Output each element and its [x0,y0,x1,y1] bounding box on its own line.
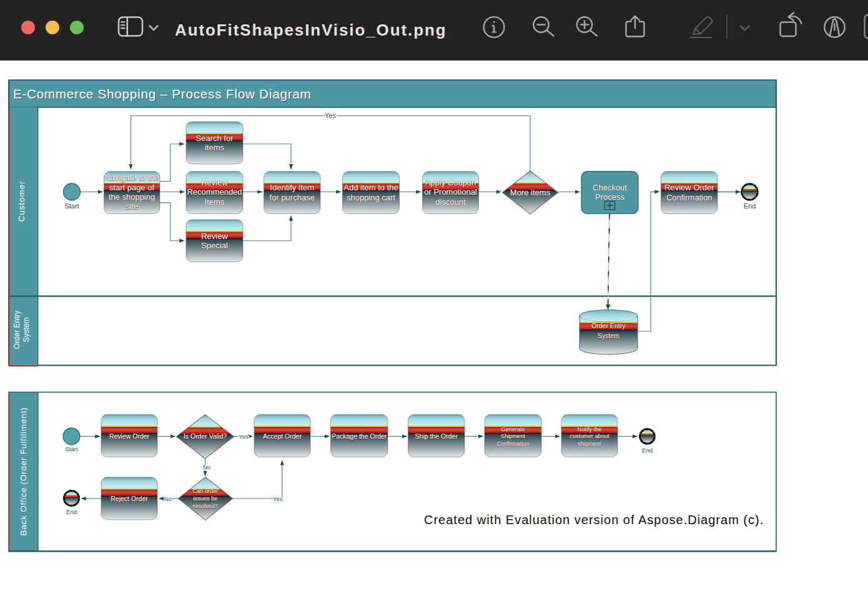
svg-text:Yes: Yes [239,433,249,440]
svg-text:Confirmation: Confirmation [666,193,713,202]
svg-text:Review Order: Review Order [109,432,150,440]
svg-text:Start: Start [65,446,77,452]
svg-text:Is Order Valid?: Is Order Valid? [184,432,227,440]
svg-text:Review: Review [201,231,228,241]
svg-text:Package the Order: Package the Order [332,432,387,440]
svg-text:Start: Start [64,202,79,210]
svg-text:Process: Process [595,192,624,202]
svg-text:Yes: Yes [273,495,283,502]
svg-text:Ship the Order: Ship the Order [415,432,458,440]
svg-text:Review: Review [201,178,228,187]
svg-text:the shopping: the shopping [109,192,155,202]
svg-text:Review Order: Review Order [664,183,714,192]
svg-text:site: site [126,202,138,211]
svg-text:System: System [22,317,31,342]
svg-text:Accept Order: Accept Order [263,432,302,440]
svg-text:customer about: customer about [570,433,609,439]
svg-text:Can order: Can order [193,488,219,494]
svg-text:Confirmation: Confirmation [496,441,529,447]
svg-text:Order Entry: Order Entry [591,322,626,329]
svg-text:or Promotional: or Promotional [424,187,477,197]
svg-text:discount: discount [435,197,466,207]
svg-text:Created with Evaluation versio: Created with Evaluation version of Aspos… [424,513,764,527]
svg-text:System: System [598,332,619,339]
svg-text:Identify Item: Identify Item [270,183,314,192]
svg-text:Navigate to the: Navigate to the [104,173,159,182]
svg-text:More items: More items [510,188,551,197]
svg-text:Yes: Yes [325,112,336,119]
svg-text:Notify the: Notify the [578,426,602,432]
svg-text:E-Commerce Shopping – Process: E-Commerce Shopping – Process Flow Diagr… [13,87,312,101]
svg-text:Order Entry: Order Entry [12,310,21,349]
svg-text:shopping cart: shopping cart [347,193,395,202]
svg-text:issues be: issues be [194,495,218,502]
svg-text:Checkout: Checkout [593,183,627,192]
svg-text:No: No [203,464,210,470]
svg-text:End: End [744,202,756,210]
svg-text:for purchase: for purchase [270,193,315,202]
svg-text:resolved?: resolved? [193,503,218,509]
svg-text:items: items [205,143,225,152]
svg-text:Search for: Search for [196,134,234,143]
svg-text:No: No [164,495,172,502]
svg-text:Reject Order: Reject Order [111,495,148,502]
svg-text:Back Office (Order Fulfillment: Back Office (Order Fulfillment) [19,407,28,535]
svg-text:Shipment: Shipment [501,433,525,439]
svg-text:start page of: start page of [109,183,155,192]
svg-text:Special: Special [201,241,228,250]
svg-text:Generate: Generate [501,426,525,432]
svg-text:Customer: Customer [17,181,26,222]
svg-text:Apply Coupon: Apply Coupon [425,178,476,187]
svg-text:Items: Items [205,197,225,207]
svg-text:Add item to the: Add item to the [343,183,398,192]
svg-text:End: End [642,447,653,454]
svg-text:shipment: shipment [578,441,601,447]
svg-text:Recommended: Recommended [187,187,242,197]
svg-text:End: End [66,509,77,515]
